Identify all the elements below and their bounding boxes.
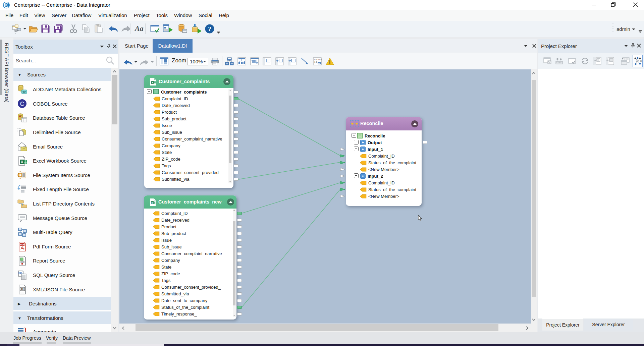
svg-text:0 1 0 0 1: 0 1 0 0 1 [314, 59, 322, 61]
svg-text:?: ? [208, 25, 211, 33]
svg-text:C: C [20, 101, 24, 107]
svg-text:X: X [152, 81, 154, 84]
svg-text:X: X [21, 160, 23, 164]
svg-text:PDF: PDF [20, 243, 24, 246]
svg-text:SQL: SQL [18, 272, 23, 274]
svg-text:<>: <> [20, 287, 24, 291]
svg-text:1 0: 1 0 [314, 61, 317, 63]
svg-text:X: X [151, 201, 153, 205]
svg-text:<>: <> [22, 90, 26, 94]
